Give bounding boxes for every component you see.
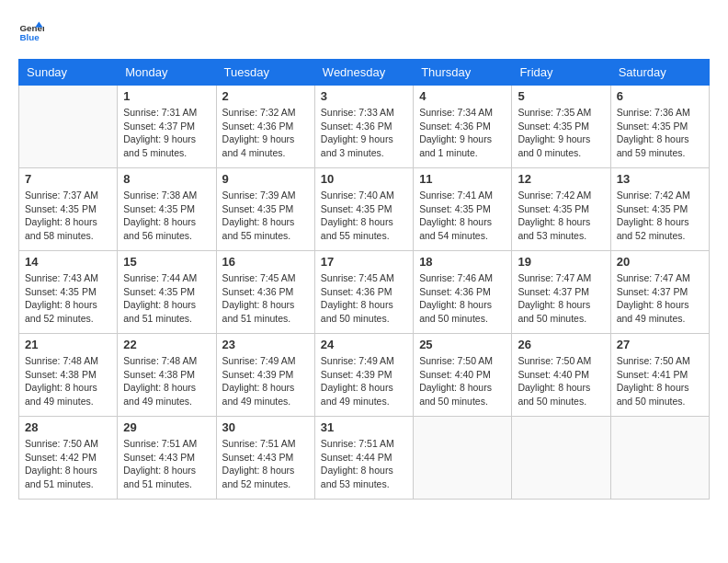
cell-info: Sunrise: 7:44 AMSunset: 4:35 PMDaylight:… [123, 271, 210, 326]
day-number: 21 [25, 338, 111, 351]
calendar-cell: 14Sunrise: 7:43 AMSunset: 4:35 PMDayligh… [19, 251, 118, 334]
day-number: 5 [518, 89, 604, 103]
cell-info: Sunrise: 7:34 AMSunset: 4:36 PMDaylight:… [419, 106, 506, 160]
calendar-cell [414, 417, 512, 500]
cell-info: Sunrise: 7:49 AMSunset: 4:39 PMDaylight:… [321, 354, 407, 408]
day-number: 7 [25, 172, 111, 186]
day-number: 3 [321, 89, 407, 103]
day-number: 19 [518, 255, 604, 269]
cell-info: Sunrise: 7:38 AMSunset: 4:35 PMDaylight:… [123, 189, 210, 243]
cell-info: Sunrise: 7:36 AMSunset: 4:35 PMDaylight:… [617, 106, 703, 160]
calendar-cell: 26Sunrise: 7:50 AMSunset: 4:40 PMDayligh… [512, 334, 610, 417]
day-number: 11 [419, 172, 506, 186]
calendar-cell: 7Sunrise: 7:37 AMSunset: 4:35 PMDaylight… [19, 168, 118, 251]
calendar-cell: 24Sunrise: 7:49 AMSunset: 4:39 PMDayligh… [314, 334, 413, 417]
day-number: 24 [321, 338, 407, 351]
day-number: 1 [123, 89, 210, 103]
calendar-cell: 10Sunrise: 7:40 AMSunset: 4:35 PMDayligh… [314, 168, 413, 251]
column-header-tuesday: Tuesday [216, 60, 314, 86]
calendar-cell: 9Sunrise: 7:39 AMSunset: 4:35 PMDaylight… [216, 168, 314, 251]
calendar-week-2: 7Sunrise: 7:37 AMSunset: 4:35 PMDaylight… [19, 168, 710, 251]
calendar-cell: 17Sunrise: 7:45 AMSunset: 4:36 PMDayligh… [314, 251, 413, 334]
cell-info: Sunrise: 7:51 AMSunset: 4:43 PMDaylight:… [222, 437, 309, 491]
calendar-cell: 27Sunrise: 7:50 AMSunset: 4:41 PMDayligh… [610, 334, 709, 417]
day-number: 31 [321, 420, 407, 434]
cell-info: Sunrise: 7:50 AMSunset: 4:40 PMDaylight:… [419, 354, 506, 408]
day-number: 4 [419, 89, 506, 103]
cell-info: Sunrise: 7:51 AMSunset: 4:44 PMDaylight:… [321, 437, 407, 491]
logo: General Blue [18, 18, 48, 44]
calendar-cell: 18Sunrise: 7:46 AMSunset: 4:36 PMDayligh… [414, 251, 512, 334]
cell-info: Sunrise: 7:42 AMSunset: 4:35 PMDaylight:… [617, 189, 703, 243]
calendar-cell: 15Sunrise: 7:44 AMSunset: 4:35 PMDayligh… [118, 251, 216, 334]
day-number: 13 [617, 172, 703, 186]
day-number: 9 [222, 172, 309, 186]
cell-info: Sunrise: 7:48 AMSunset: 4:38 PMDaylight:… [123, 354, 210, 408]
day-number: 6 [617, 89, 703, 103]
day-number: 26 [518, 338, 604, 351]
calendar-cell: 30Sunrise: 7:51 AMSunset: 4:43 PMDayligh… [216, 417, 314, 500]
cell-info: Sunrise: 7:45 AMSunset: 4:36 PMDaylight:… [321, 271, 407, 326]
calendar-cell: 19Sunrise: 7:47 AMSunset: 4:37 PMDayligh… [512, 251, 610, 334]
cell-info: Sunrise: 7:47 AMSunset: 4:37 PMDaylight:… [617, 271, 703, 326]
calendar-table: SundayMondayTuesdayWednesdayThursdayFrid… [18, 59, 710, 500]
cell-info: Sunrise: 7:50 AMSunset: 4:40 PMDaylight:… [518, 354, 604, 408]
column-header-friday: Friday [512, 60, 610, 86]
day-number: 17 [321, 255, 407, 269]
calendar-cell: 20Sunrise: 7:47 AMSunset: 4:37 PMDayligh… [610, 251, 709, 334]
day-number: 12 [518, 172, 604, 186]
cell-info: Sunrise: 7:43 AMSunset: 4:35 PMDaylight:… [25, 271, 111, 326]
column-header-wednesday: Wednesday [314, 60, 413, 86]
cell-info: Sunrise: 7:50 AMSunset: 4:41 PMDaylight:… [617, 354, 703, 408]
calendar-week-4: 21Sunrise: 7:48 AMSunset: 4:38 PMDayligh… [19, 334, 710, 417]
cell-info: Sunrise: 7:37 AMSunset: 4:35 PMDaylight:… [25, 189, 111, 243]
calendar-cell: 4Sunrise: 7:34 AMSunset: 4:36 PMDaylight… [414, 86, 512, 168]
calendar-cell: 2Sunrise: 7:32 AMSunset: 4:36 PMDaylight… [216, 86, 314, 168]
cell-info: Sunrise: 7:48 AMSunset: 4:38 PMDaylight:… [25, 354, 111, 408]
cell-info: Sunrise: 7:46 AMSunset: 4:36 PMDaylight:… [419, 271, 506, 326]
day-number: 16 [222, 255, 309, 269]
calendar-cell: 12Sunrise: 7:42 AMSunset: 4:35 PMDayligh… [512, 168, 610, 251]
cell-info: Sunrise: 7:39 AMSunset: 4:35 PMDaylight:… [222, 189, 309, 243]
calendar-cell [19, 86, 118, 168]
calendar-cell [512, 417, 610, 500]
day-number: 27 [617, 338, 703, 351]
cell-info: Sunrise: 7:33 AMSunset: 4:36 PMDaylight:… [321, 106, 407, 160]
cell-info: Sunrise: 7:49 AMSunset: 4:39 PMDaylight:… [222, 354, 309, 408]
calendar-cell: 11Sunrise: 7:41 AMSunset: 4:35 PMDayligh… [414, 168, 512, 251]
day-number: 29 [123, 420, 210, 434]
calendar-week-5: 28Sunrise: 7:50 AMSunset: 4:42 PMDayligh… [19, 417, 710, 500]
column-header-thursday: Thursday [414, 60, 512, 86]
day-number: 28 [25, 420, 111, 434]
logo-icon: General Blue [18, 18, 44, 44]
calendar-cell: 21Sunrise: 7:48 AMSunset: 4:38 PMDayligh… [19, 334, 118, 417]
calendar-header-row: SundayMondayTuesdayWednesdayThursdayFrid… [19, 60, 710, 86]
calendar-cell: 25Sunrise: 7:50 AMSunset: 4:40 PMDayligh… [414, 334, 512, 417]
calendar-cell: 29Sunrise: 7:51 AMSunset: 4:43 PMDayligh… [118, 417, 216, 500]
svg-text:Blue: Blue [19, 32, 40, 42]
calendar-cell: 3Sunrise: 7:33 AMSunset: 4:36 PMDaylight… [314, 86, 413, 168]
calendar-cell [610, 417, 709, 500]
day-number: 15 [123, 255, 210, 269]
calendar-cell: 13Sunrise: 7:42 AMSunset: 4:35 PMDayligh… [610, 168, 709, 251]
cell-info: Sunrise: 7:40 AMSunset: 4:35 PMDaylight:… [321, 189, 407, 243]
calendar-cell: 1Sunrise: 7:31 AMSunset: 4:37 PMDaylight… [118, 86, 216, 168]
cell-info: Sunrise: 7:51 AMSunset: 4:43 PMDaylight:… [123, 437, 210, 491]
day-number: 8 [123, 172, 210, 186]
day-number: 20 [617, 255, 703, 269]
column-header-sunday: Sunday [19, 60, 118, 86]
day-number: 25 [419, 338, 506, 351]
calendar-cell: 5Sunrise: 7:35 AMSunset: 4:35 PMDaylight… [512, 86, 610, 168]
column-header-monday: Monday [118, 60, 216, 86]
cell-info: Sunrise: 7:35 AMSunset: 4:35 PMDaylight:… [518, 106, 604, 160]
day-number: 2 [222, 89, 309, 103]
calendar-week-1: 1Sunrise: 7:31 AMSunset: 4:37 PMDaylight… [19, 86, 710, 168]
calendar-cell: 31Sunrise: 7:51 AMSunset: 4:44 PMDayligh… [314, 417, 413, 500]
day-number: 14 [25, 255, 111, 269]
header: General Blue [18, 18, 710, 44]
cell-info: Sunrise: 7:50 AMSunset: 4:42 PMDaylight:… [25, 437, 111, 491]
calendar-week-3: 14Sunrise: 7:43 AMSunset: 4:35 PMDayligh… [19, 251, 710, 334]
calendar-cell: 6Sunrise: 7:36 AMSunset: 4:35 PMDaylight… [610, 86, 709, 168]
calendar-cell: 8Sunrise: 7:38 AMSunset: 4:35 PMDaylight… [118, 168, 216, 251]
calendar-cell: 28Sunrise: 7:50 AMSunset: 4:42 PMDayligh… [19, 417, 118, 500]
